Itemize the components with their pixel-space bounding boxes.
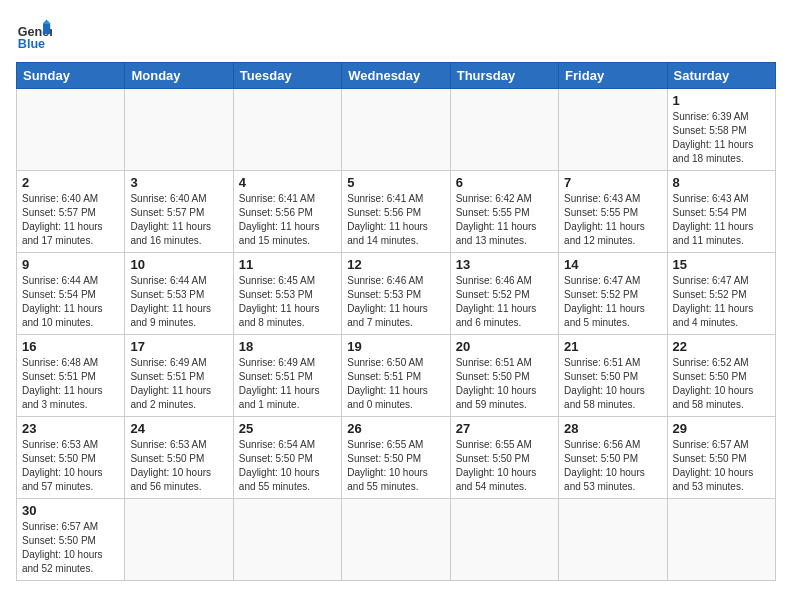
day-info: Sunrise: 6:39 AM Sunset: 5:58 PM Dayligh… — [673, 110, 770, 166]
day-number: 24 — [130, 421, 227, 436]
day-info: Sunrise: 6:50 AM Sunset: 5:51 PM Dayligh… — [347, 356, 444, 412]
day-info: Sunrise: 6:55 AM Sunset: 5:50 PM Dayligh… — [456, 438, 553, 494]
calendar-cell — [450, 89, 558, 171]
calendar-cell: 26Sunrise: 6:55 AM Sunset: 5:50 PM Dayli… — [342, 417, 450, 499]
day-number: 23 — [22, 421, 119, 436]
calendar-week-row: 23Sunrise: 6:53 AM Sunset: 5:50 PM Dayli… — [17, 417, 776, 499]
calendar-cell — [559, 89, 667, 171]
calendar-cell — [559, 499, 667, 581]
day-info: Sunrise: 6:49 AM Sunset: 5:51 PM Dayligh… — [130, 356, 227, 412]
calendar-cell: 1Sunrise: 6:39 AM Sunset: 5:58 PM Daylig… — [667, 89, 775, 171]
day-info: Sunrise: 6:46 AM Sunset: 5:52 PM Dayligh… — [456, 274, 553, 330]
calendar-week-row: 16Sunrise: 6:48 AM Sunset: 5:51 PM Dayli… — [17, 335, 776, 417]
day-info: Sunrise: 6:43 AM Sunset: 5:55 PM Dayligh… — [564, 192, 661, 248]
day-number: 7 — [564, 175, 661, 190]
calendar-cell: 24Sunrise: 6:53 AM Sunset: 5:50 PM Dayli… — [125, 417, 233, 499]
day-info: Sunrise: 6:42 AM Sunset: 5:55 PM Dayligh… — [456, 192, 553, 248]
calendar-cell: 5Sunrise: 6:41 AM Sunset: 5:56 PM Daylig… — [342, 171, 450, 253]
calendar-cell: 9Sunrise: 6:44 AM Sunset: 5:54 PM Daylig… — [17, 253, 125, 335]
day-number: 14 — [564, 257, 661, 272]
calendar-cell: 10Sunrise: 6:44 AM Sunset: 5:53 PM Dayli… — [125, 253, 233, 335]
calendar-cell: 6Sunrise: 6:42 AM Sunset: 5:55 PM Daylig… — [450, 171, 558, 253]
calendar-cell: 17Sunrise: 6:49 AM Sunset: 5:51 PM Dayli… — [125, 335, 233, 417]
day-info: Sunrise: 6:45 AM Sunset: 5:53 PM Dayligh… — [239, 274, 336, 330]
day-info: Sunrise: 6:56 AM Sunset: 5:50 PM Dayligh… — [564, 438, 661, 494]
day-number: 29 — [673, 421, 770, 436]
calendar-table: SundayMondayTuesdayWednesdayThursdayFrid… — [16, 62, 776, 581]
calendar-cell: 11Sunrise: 6:45 AM Sunset: 5:53 PM Dayli… — [233, 253, 341, 335]
day-number: 8 — [673, 175, 770, 190]
day-number: 21 — [564, 339, 661, 354]
calendar-cell: 2Sunrise: 6:40 AM Sunset: 5:57 PM Daylig… — [17, 171, 125, 253]
day-number: 19 — [347, 339, 444, 354]
calendar-cell: 7Sunrise: 6:43 AM Sunset: 5:55 PM Daylig… — [559, 171, 667, 253]
day-info: Sunrise: 6:51 AM Sunset: 5:50 PM Dayligh… — [456, 356, 553, 412]
day-number: 27 — [456, 421, 553, 436]
day-of-week-header: Sunday — [17, 63, 125, 89]
calendar-cell: 14Sunrise: 6:47 AM Sunset: 5:52 PM Dayli… — [559, 253, 667, 335]
calendar-week-row: 30Sunrise: 6:57 AM Sunset: 5:50 PM Dayli… — [17, 499, 776, 581]
calendar-cell: 20Sunrise: 6:51 AM Sunset: 5:50 PM Dayli… — [450, 335, 558, 417]
day-info: Sunrise: 6:48 AM Sunset: 5:51 PM Dayligh… — [22, 356, 119, 412]
day-number: 20 — [456, 339, 553, 354]
day-number: 6 — [456, 175, 553, 190]
calendar-week-row: 1Sunrise: 6:39 AM Sunset: 5:58 PM Daylig… — [17, 89, 776, 171]
calendar-week-row: 9Sunrise: 6:44 AM Sunset: 5:54 PM Daylig… — [17, 253, 776, 335]
day-number: 11 — [239, 257, 336, 272]
day-number: 26 — [347, 421, 444, 436]
day-of-week-header: Wednesday — [342, 63, 450, 89]
day-number: 18 — [239, 339, 336, 354]
day-info: Sunrise: 6:52 AM Sunset: 5:50 PM Dayligh… — [673, 356, 770, 412]
day-number: 16 — [22, 339, 119, 354]
day-number: 15 — [673, 257, 770, 272]
day-of-week-header: Tuesday — [233, 63, 341, 89]
calendar-cell — [233, 89, 341, 171]
calendar-cell: 8Sunrise: 6:43 AM Sunset: 5:54 PM Daylig… — [667, 171, 775, 253]
day-number: 1 — [673, 93, 770, 108]
calendar-cell — [125, 499, 233, 581]
calendar-header-row: SundayMondayTuesdayWednesdayThursdayFrid… — [17, 63, 776, 89]
calendar-cell — [342, 499, 450, 581]
calendar-cell: 27Sunrise: 6:55 AM Sunset: 5:50 PM Dayli… — [450, 417, 558, 499]
day-info: Sunrise: 6:54 AM Sunset: 5:50 PM Dayligh… — [239, 438, 336, 494]
calendar-cell — [125, 89, 233, 171]
day-info: Sunrise: 6:55 AM Sunset: 5:50 PM Dayligh… — [347, 438, 444, 494]
day-of-week-header: Saturday — [667, 63, 775, 89]
calendar-cell: 15Sunrise: 6:47 AM Sunset: 5:52 PM Dayli… — [667, 253, 775, 335]
day-number: 30 — [22, 503, 119, 518]
day-info: Sunrise: 6:40 AM Sunset: 5:57 PM Dayligh… — [22, 192, 119, 248]
day-info: Sunrise: 6:44 AM Sunset: 5:54 PM Dayligh… — [22, 274, 119, 330]
day-number: 17 — [130, 339, 227, 354]
svg-marker-3 — [43, 20, 50, 24]
svg-text:Blue: Blue — [18, 37, 45, 51]
day-number: 5 — [347, 175, 444, 190]
day-info: Sunrise: 6:46 AM Sunset: 5:53 PM Dayligh… — [347, 274, 444, 330]
day-number: 28 — [564, 421, 661, 436]
calendar-cell: 18Sunrise: 6:49 AM Sunset: 5:51 PM Dayli… — [233, 335, 341, 417]
calendar-cell: 19Sunrise: 6:50 AM Sunset: 5:51 PM Dayli… — [342, 335, 450, 417]
day-info: Sunrise: 6:47 AM Sunset: 5:52 PM Dayligh… — [564, 274, 661, 330]
day-info: Sunrise: 6:43 AM Sunset: 5:54 PM Dayligh… — [673, 192, 770, 248]
calendar-cell: 21Sunrise: 6:51 AM Sunset: 5:50 PM Dayli… — [559, 335, 667, 417]
calendar-cell: 12Sunrise: 6:46 AM Sunset: 5:53 PM Dayli… — [342, 253, 450, 335]
day-info: Sunrise: 6:57 AM Sunset: 5:50 PM Dayligh… — [22, 520, 119, 576]
calendar-cell: 16Sunrise: 6:48 AM Sunset: 5:51 PM Dayli… — [17, 335, 125, 417]
page-header: General Blue — [16, 16, 776, 52]
calendar-cell: 13Sunrise: 6:46 AM Sunset: 5:52 PM Dayli… — [450, 253, 558, 335]
calendar-cell — [450, 499, 558, 581]
day-info: Sunrise: 6:51 AM Sunset: 5:50 PM Dayligh… — [564, 356, 661, 412]
calendar-cell: 22Sunrise: 6:52 AM Sunset: 5:50 PM Dayli… — [667, 335, 775, 417]
day-number: 10 — [130, 257, 227, 272]
calendar-cell — [667, 499, 775, 581]
day-info: Sunrise: 6:49 AM Sunset: 5:51 PM Dayligh… — [239, 356, 336, 412]
day-number: 12 — [347, 257, 444, 272]
day-info: Sunrise: 6:53 AM Sunset: 5:50 PM Dayligh… — [130, 438, 227, 494]
calendar-cell: 3Sunrise: 6:40 AM Sunset: 5:57 PM Daylig… — [125, 171, 233, 253]
calendar-cell: 25Sunrise: 6:54 AM Sunset: 5:50 PM Dayli… — [233, 417, 341, 499]
day-number: 13 — [456, 257, 553, 272]
logo: General Blue — [16, 16, 52, 52]
day-info: Sunrise: 6:57 AM Sunset: 5:50 PM Dayligh… — [673, 438, 770, 494]
day-info: Sunrise: 6:41 AM Sunset: 5:56 PM Dayligh… — [239, 192, 336, 248]
logo-icon: General Blue — [16, 16, 52, 52]
day-info: Sunrise: 6:44 AM Sunset: 5:53 PM Dayligh… — [130, 274, 227, 330]
